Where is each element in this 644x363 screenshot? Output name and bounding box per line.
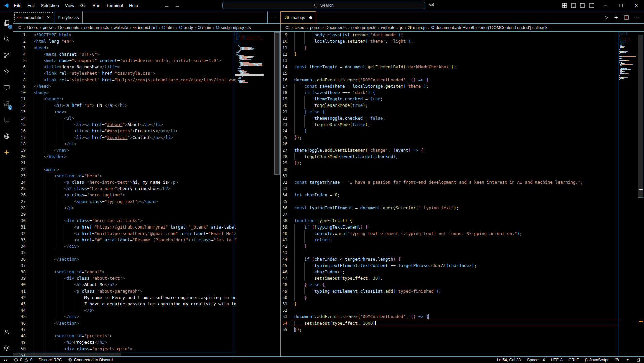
menu-edit[interactable]: Edit — [24, 2, 38, 9]
breadcrumb-item[interactable]: ⬡section#projects — [216, 25, 251, 30]
run-and-debug-icon[interactable] — [0, 63, 13, 80]
code-line[interactable]: 22 themeToggle.checked = false; — [281, 115, 620, 121]
menu-selection[interactable]: Selection — [38, 2, 62, 9]
code-line[interactable]: 13 — [281, 57, 620, 64]
code-line[interactable]: 43 I have a genuine passion for combinin… — [13, 301, 236, 307]
code-line[interactable]: 25}); — [281, 134, 620, 141]
toggle-secondary-sidebar-icon[interactable] — [589, 3, 595, 8]
code-line[interactable]: 26 — [281, 141, 620, 147]
code-line[interactable]: 34 </div> — [13, 243, 236, 249]
tab-style.css[interactable]: #style.css — [54, 11, 83, 23]
code-line[interactable]: 20 toggleDarkMode(true); — [281, 102, 620, 109]
code-line[interactable]: 4 <meta charset="UTF-8"> — [13, 51, 236, 57]
code-line[interactable]: 28 </p> — [13, 205, 236, 211]
breadcrumb-item[interactable]: C: — [18, 25, 23, 30]
breadcrumb-item[interactable]: code projects — [84, 25, 109, 30]
code-line[interactable]: 49 typingTextElement.classList.add('type… — [281, 288, 620, 294]
breadcrumb-item[interactable]: Documents — [325, 25, 346, 30]
breadcrumb-item[interactable]: Documents — [58, 25, 79, 30]
code-line[interactable]: 28 toggleDarkMode(event.target.checked); — [281, 153, 620, 160]
scrollbar-vertical-left[interactable] — [274, 32, 280, 356]
code-line[interactable]: 6 <title>Henry Naingshwe</title> — [13, 64, 236, 70]
code-line[interactable]: 3<head> — [13, 44, 236, 51]
code-line[interactable]: 19 </nav> — [13, 147, 236, 153]
code-line[interactable]: 21 — [13, 160, 236, 166]
code-line[interactable]: 44 if (charIndex < targetPhrase.length) … — [281, 256, 620, 262]
code-line[interactable]: 51} — [281, 301, 620, 307]
code-line[interactable]: 11 } — [281, 44, 620, 51]
scrollbar-vertical-right[interactable] — [637, 32, 644, 356]
code-line[interactable]: 1<!DOCTYPE html> — [13, 32, 236, 38]
cursor-position-status[interactable]: Ln 54, Col 33 — [497, 358, 521, 362]
eol-status[interactable]: CRLF — [569, 358, 579, 362]
code-line[interactable]: 17 <li><a href="#contact">Contact</a></l… — [13, 134, 236, 141]
indentation-status[interactable]: Spaces: 4 — [527, 358, 545, 362]
code-line[interactable]: 41 return; — [281, 237, 620, 243]
menu-terminal[interactable]: Terminal — [103, 2, 126, 9]
breadcrumb-item[interactable]: JSmain.js — [408, 25, 426, 30]
code-line[interactable]: 8 <link rel="stylesheet" href="https://c… — [13, 77, 236, 83]
tab-index.html[interactable]: <>index.html✕ — [13, 11, 54, 23]
code-line[interactable]: 47 — [13, 326, 236, 333]
code-line[interactable]: 38function typeEffect() { — [281, 217, 620, 224]
language-mode-status[interactable]: {} JavaScript — [585, 358, 608, 362]
code-line[interactable]: 15 — [281, 70, 620, 77]
code-line[interactable]: 5 <meta name="viewport" content="width=d… — [13, 57, 236, 64]
code-line[interactable]: 24 <p class="hero-intro-text">hi, my nam… — [13, 179, 236, 185]
code-line[interactable]: 12} — [281, 51, 620, 57]
extensions-icon[interactable]: 5 — [0, 96, 13, 112]
toggle-panel-icon[interactable] — [580, 3, 585, 8]
close-window-button[interactable]: ✕ — [629, 0, 644, 11]
globe-icon[interactable] — [0, 128, 13, 144]
code-line[interactable]: 54 setTimeout(typeEffect, 1000) — [281, 320, 620, 326]
menu-run[interactable]: Run — [89, 2, 103, 9]
go-forward-icon[interactable]: → — [175, 3, 180, 8]
code-line[interactable]: 39 if (!typingTextElement) { — [281, 224, 620, 230]
code-line[interactable]: 10 localStorage.setItem('theme', 'light'… — [281, 38, 620, 44]
menu-view[interactable]: View — [62, 2, 77, 9]
code-line[interactable]: 38 <section id="about"> — [13, 269, 236, 275]
code-line[interactable]: 46 </section> — [13, 320, 236, 326]
code-line[interactable]: 45 </div> — [13, 313, 236, 320]
go-back-icon[interactable]: ← — [164, 3, 169, 8]
explorer-icon[interactable]: 1 — [0, 15, 13, 31]
code-line[interactable]: 45 typingTextElement.textContent += targ… — [281, 262, 620, 269]
code-area-index-html[interactable]: 1<!DOCTYPE html>2<html lang="en">3<head>… — [13, 32, 236, 356]
copilot-button[interactable]: ⌄ — [429, 2, 438, 7]
code-line[interactable]: 16document.addEventListener('DOMContentL… — [281, 77, 620, 83]
code-line[interactable]: 36 </section> — [13, 256, 236, 262]
breadcrumb-item[interactable]: ⬡html — [162, 25, 174, 30]
maximize-button[interactable] — [613, 0, 629, 11]
breadcrumb-item[interactable]: perso — [310, 25, 320, 30]
code-line[interactable]: 2<html lang="en"> — [13, 38, 236, 44]
code-line[interactable]: 37 — [13, 262, 236, 269]
breadcrumb-item[interactable]: js — [400, 25, 403, 30]
menu-file[interactable]: File — [11, 2, 24, 9]
minimap-left[interactable] — [234, 32, 274, 356]
toggle-sidebar-icon[interactable] — [571, 3, 576, 8]
code-line[interactable]: 39 <div class="about-text"> — [13, 275, 236, 281]
code-line[interactable]: 42 } — [281, 243, 620, 249]
code-line[interactable]: 41 <p class="about-paragraph"> — [13, 288, 236, 294]
code-line[interactable]: 18 </ul> — [13, 141, 236, 147]
tab-main.js[interactable]: JSmain.js — [281, 11, 316, 23]
menu-go[interactable]: Go — [77, 2, 89, 9]
code-line[interactable]: 9 body.classList.remove('dark-mode'); — [281, 32, 620, 38]
run-file-icon[interactable] — [603, 15, 609, 20]
minimap-right[interactable] — [618, 32, 637, 356]
code-line[interactable]: 26 <p class="hero-tagline"> — [13, 192, 236, 198]
discord-status-icon[interactable] — [614, 358, 619, 362]
code-line[interactable]: 40 <h2>About Me</h2> — [13, 281, 236, 288]
code-line[interactable]: 11 <header> — [13, 96, 236, 102]
breadcrumb-item[interactable]: ⬡body — [179, 25, 193, 30]
code-line[interactable]: 32 <a href="mailto:personalhenry1@gmail.… — [13, 230, 236, 237]
account-icon[interactable] — [0, 324, 13, 340]
code-line[interactable]: 16 <li><a href="#projects">Projects</a><… — [13, 128, 236, 134]
code-line[interactable]: 21 } else { — [281, 109, 620, 115]
menu-help[interactable]: Help — [126, 2, 141, 9]
code-line[interactable]: 27 <span class="typing-text"></span> — [13, 198, 236, 205]
code-line[interactable]: 7 <link rel="stylesheet" href="css/style… — [13, 70, 236, 77]
more-tabs-icon[interactable]: ··· — [267, 11, 280, 23]
remote-explorer-icon[interactable] — [0, 80, 13, 96]
code-line[interactable]: 48 } else { — [281, 281, 620, 288]
